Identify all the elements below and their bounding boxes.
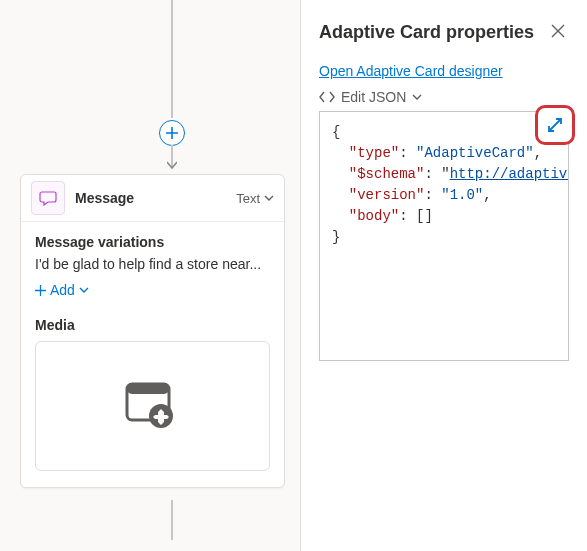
flow-line: [171, 0, 173, 118]
json-value: "AdaptiveCard": [416, 145, 534, 161]
chat-icon: [39, 189, 57, 207]
message-node-body: Message variations I'd be glad to help f…: [21, 222, 284, 487]
add-label: Add: [50, 282, 75, 298]
variations-title: Message variations: [35, 234, 270, 250]
media-title: Media: [35, 317, 270, 333]
flow-line: [171, 500, 173, 540]
expand-editor-button[interactable]: [535, 105, 575, 145]
json-schema-url[interactable]: http://adaptivecards.i: [450, 166, 569, 182]
edit-json-label: Edit JSON: [341, 89, 406, 105]
code-icon: [319, 90, 335, 104]
json-key: "type": [349, 145, 399, 161]
json-key: "version": [349, 187, 425, 203]
adaptive-card-icon: [121, 378, 185, 434]
media-placeholder[interactable]: [35, 341, 270, 471]
chevron-down-icon: [412, 92, 422, 102]
json-key: "$schema": [349, 166, 425, 182]
json-key: "body": [349, 208, 399, 224]
close-button[interactable]: [547, 20, 569, 45]
message-type-label: Text: [236, 191, 260, 206]
json-value: "1.0": [441, 187, 483, 203]
json-brace-open: {: [332, 124, 340, 140]
open-designer-link[interactable]: Open Adaptive Card designer: [319, 63, 503, 79]
svg-rect-1: [127, 384, 169, 394]
media-section: Media: [35, 317, 270, 471]
add-node-button[interactable]: [159, 120, 185, 146]
canvas: Message Text Message variations I'd be g…: [0, 0, 300, 551]
panel-title: Adaptive Card properties: [319, 22, 534, 43]
message-node-header: Message Text: [21, 175, 284, 222]
json-brace-close: }: [332, 229, 340, 245]
add-variation-button[interactable]: Add: [35, 282, 89, 298]
json-editor[interactable]: { "type": "AdaptiveCard", "$schema": "ht…: [319, 111, 569, 361]
json-value: []: [416, 208, 433, 224]
chevron-down-icon: [264, 193, 274, 203]
message-node[interactable]: Message Text Message variations I'd be g…: [20, 174, 285, 488]
chevron-down-icon: [79, 285, 89, 295]
variation-text[interactable]: I'd be glad to help find a store near...: [35, 256, 270, 272]
message-node-title: Message: [75, 190, 236, 206]
plus-icon: [166, 127, 178, 139]
plus-icon: [35, 285, 46, 296]
arrow-down-icon: [167, 160, 177, 170]
properties-panel: Adaptive Card properties Open Adaptive C…: [300, 0, 587, 551]
message-type-dropdown[interactable]: Text: [236, 191, 274, 206]
expand-icon: [546, 116, 564, 134]
message-icon: [31, 181, 65, 215]
edit-json-toggle[interactable]: Edit JSON: [319, 89, 569, 105]
close-icon: [551, 24, 565, 38]
